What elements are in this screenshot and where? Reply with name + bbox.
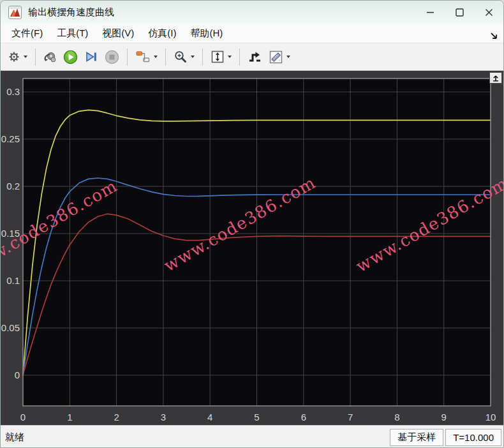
toolbar-separator bbox=[127, 49, 128, 66]
toolbar-separator bbox=[239, 49, 240, 66]
status-sim-time: T=10.000 bbox=[445, 429, 501, 446]
y-tick-label: 0.15 bbox=[1, 228, 20, 239]
dropdown-caret-icon bbox=[286, 56, 290, 58]
y-tick-label: 0.05 bbox=[1, 322, 20, 333]
close-button[interactable] bbox=[474, 1, 503, 24]
x-tick-label: 9 bbox=[441, 412, 447, 422]
x-tick-label: 3 bbox=[161, 412, 166, 422]
signal-selector-icon bbox=[135, 50, 151, 64]
menu-file[interactable]: 文件(F) bbox=[4, 26, 50, 41]
minimize-button[interactable] bbox=[415, 1, 445, 24]
scope-canvas: 01234567891000.050.10.150.20.250.3 www.c… bbox=[1, 71, 503, 425]
minimize-icon bbox=[426, 8, 434, 17]
toolbar-separator bbox=[165, 49, 166, 66]
dropdown-caret-icon bbox=[228, 56, 232, 58]
y-tick-label: 0.1 bbox=[6, 275, 20, 286]
status-ready: 就绪 bbox=[5, 431, 24, 444]
step-forward-icon bbox=[84, 50, 98, 64]
y-tick-label: 0.2 bbox=[6, 181, 20, 191]
y-tick-label: 0.25 bbox=[1, 133, 20, 144]
highlight-block-button[interactable] bbox=[40, 46, 60, 68]
menu-view[interactable]: 视图(V) bbox=[95, 26, 141, 41]
dropdown-caret-icon bbox=[191, 56, 195, 58]
y-tick-label: 0.3 bbox=[6, 86, 20, 97]
step-forward-button[interactable] bbox=[81, 46, 101, 68]
window-title: 输出横摆角速度曲线 bbox=[28, 6, 114, 19]
menu-simulation[interactable]: 仿真(I) bbox=[141, 26, 183, 41]
signal-selector-button[interactable] bbox=[132, 46, 161, 68]
plot-area[interactable]: 01234567891000.050.10.150.20.250.3 bbox=[1, 71, 504, 425]
x-tick-label: 1 bbox=[67, 412, 72, 422]
settings-button[interactable] bbox=[4, 46, 31, 68]
fit-to-view-icon bbox=[211, 50, 225, 64]
status-bar: 就绪 基于采样 T=10.000 bbox=[1, 425, 503, 448]
stop-button[interactable] bbox=[101, 46, 122, 68]
zoom-icon bbox=[174, 50, 188, 64]
stop-icon bbox=[105, 50, 119, 64]
expand-axes-button[interactable] bbox=[489, 72, 502, 84]
toolbar bbox=[1, 43, 503, 71]
dropdown-caret-icon bbox=[154, 56, 158, 58]
toolbar-separator bbox=[35, 49, 36, 66]
x-tick-label: 5 bbox=[254, 412, 259, 422]
highlight-block-icon bbox=[43, 50, 57, 64]
run-button[interactable] bbox=[60, 46, 81, 68]
trigger-icon bbox=[248, 50, 262, 64]
x-tick-label: 10 bbox=[485, 412, 496, 422]
toolbar-separator bbox=[202, 49, 203, 66]
status-sample-mode: 基于采样 bbox=[390, 429, 443, 446]
run-icon bbox=[63, 50, 78, 64]
menu-help[interactable]: 帮助(H) bbox=[183, 26, 230, 41]
arrow-up-icon bbox=[492, 74, 500, 82]
x-tick-label: 2 bbox=[114, 412, 119, 422]
matlab-app-icon bbox=[8, 6, 22, 19]
trigger-button[interactable] bbox=[244, 46, 265, 68]
status-segments: 基于采样 T=10.000 bbox=[390, 429, 501, 446]
titlebar: 输出横摆角速度曲线 bbox=[1, 1, 503, 24]
menu-bar: 文件(F) 工具(T) 视图(V) 仿真(I) 帮助(H) bbox=[1, 24, 503, 43]
x-tick-label: 0 bbox=[20, 412, 26, 422]
fit-to-view-button[interactable] bbox=[207, 46, 235, 68]
zoom-button[interactable] bbox=[170, 46, 198, 68]
dropdown-caret-icon bbox=[24, 56, 27, 58]
scope-window: 输出横摆角速度曲线 文件(F) 工具(T) 视图(V) 仿真(I) bbox=[0, 0, 504, 448]
x-tick-label: 8 bbox=[394, 412, 399, 422]
window-controls bbox=[415, 1, 503, 24]
gear-icon bbox=[8, 50, 20, 63]
y-tick-label: 0 bbox=[15, 370, 20, 380]
maximize-button[interactable] bbox=[445, 1, 474, 24]
x-tick-label: 7 bbox=[348, 412, 353, 422]
close-icon bbox=[485, 8, 493, 17]
maximize-icon bbox=[456, 8, 464, 17]
dock-arrow-icon[interactable] bbox=[489, 31, 498, 40]
measurements-button[interactable] bbox=[265, 46, 293, 68]
x-tick-label: 6 bbox=[301, 412, 306, 422]
menu-tools[interactable]: 工具(T) bbox=[50, 26, 95, 41]
x-tick-label: 4 bbox=[207, 412, 212, 422]
measurements-icon bbox=[269, 50, 283, 64]
